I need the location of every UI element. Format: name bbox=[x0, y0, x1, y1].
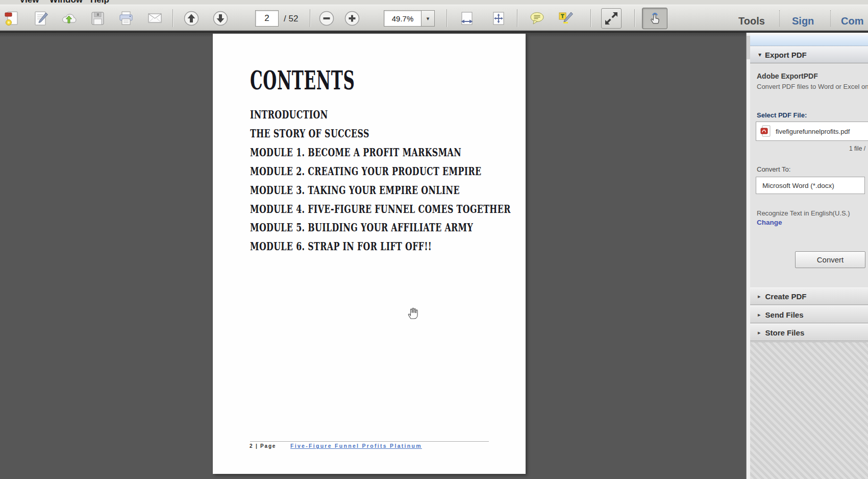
toolbar-separator bbox=[517, 9, 517, 27]
fullscreen-icon bbox=[603, 10, 619, 27]
zoom-out-button[interactable] bbox=[317, 9, 336, 28]
cloud-upload-icon bbox=[61, 10, 77, 27]
print-icon bbox=[118, 10, 134, 27]
menu-view[interactable]: View bbox=[19, 0, 39, 5]
page-total-label: / 52 bbox=[284, 14, 298, 24]
select-pdf-file-label: Select PDF File: bbox=[757, 111, 807, 119]
footer-page-label: 2 | Page bbox=[250, 443, 276, 449]
hand-tool-icon bbox=[647, 10, 663, 27]
tab-comment[interactable]: Com bbox=[841, 15, 863, 27]
section-store-files[interactable]: ▸ Store Files bbox=[750, 324, 868, 341]
menu-help[interactable]: Help bbox=[90, 0, 109, 5]
panel-blue-bar bbox=[750, 35, 868, 46]
panel-hatch-area bbox=[750, 342, 868, 479]
toolbar-separator bbox=[634, 9, 635, 27]
selected-file-box[interactable]: fivefigurefunnelprofits.pdf bbox=[756, 122, 868, 141]
footer-link[interactable]: Five-Figure Funnel Profits Platinum bbox=[290, 443, 422, 449]
save-icon bbox=[89, 10, 106, 27]
zoom-dropdown-button[interactable]: ▾ bbox=[421, 10, 435, 27]
page-down-icon bbox=[212, 10, 229, 27]
fill-sign-button[interactable] bbox=[556, 9, 575, 28]
toolbar: 2 / 52 49.7% ▾ bbox=[0, 5, 868, 31]
pdf-page[interactable]: CONTENTS INTRODUCTION THE STORY OF SUCCE… bbox=[213, 34, 526, 474]
change-link[interactable]: Change bbox=[757, 219, 782, 226]
convert-to-select[interactable]: Microsoft Word (*.docx) bbox=[756, 177, 865, 194]
menu-window[interactable]: Window bbox=[49, 0, 83, 5]
vertical-scrollbar[interactable] bbox=[746, 32, 750, 479]
pdf-file-icon bbox=[760, 125, 772, 137]
zoom-level-input[interactable]: 49.7% bbox=[384, 10, 421, 27]
toc-item: MODULE 5. BUILDING YOUR AFFILIATE ARMY bbox=[250, 218, 511, 237]
section-create-pdf[interactable]: ▸ Create PDF bbox=[750, 288, 868, 305]
fit-width-icon bbox=[459, 10, 475, 27]
page-number-input[interactable]: 2 bbox=[255, 10, 279, 27]
convert-to-label: Convert To: bbox=[757, 165, 790, 173]
section-label: Create PDF bbox=[765, 292, 807, 301]
toolbar-separator bbox=[310, 9, 310, 27]
toolbar-bottom-border bbox=[0, 31, 868, 33]
chevron-right-icon: ▸ bbox=[758, 293, 761, 300]
section-label: Store Files bbox=[765, 328, 805, 337]
fit-page-icon bbox=[490, 10, 507, 27]
fit-width-button[interactable] bbox=[457, 9, 477, 28]
selected-file-name: fivefigurefunnelprofits.pdf bbox=[776, 128, 850, 135]
print-button[interactable] bbox=[116, 9, 136, 28]
previous-page-button[interactable] bbox=[182, 9, 201, 28]
toc-item: MODULE 6. STRAP IN FOR LIFT OFF!! bbox=[250, 237, 511, 256]
zoom-in-button[interactable] bbox=[342, 9, 362, 28]
chevron-right-icon: ▸ bbox=[758, 312, 761, 318]
chevron-down-icon: ▾ bbox=[758, 51, 761, 58]
comment-button[interactable] bbox=[527, 9, 547, 28]
save-button[interactable] bbox=[88, 9, 107, 28]
email-icon bbox=[146, 10, 163, 27]
email-button[interactable] bbox=[145, 9, 164, 28]
convert-to-value: Microsoft Word (*.docx) bbox=[762, 182, 834, 189]
recognize-text-label: Recognize Text in English(U.S.) bbox=[757, 209, 850, 217]
section-send-files[interactable]: ▸ Send Files bbox=[750, 306, 868, 323]
toc-item: MODULE 1. BECOME A PROFIT MARKSMAN bbox=[250, 143, 511, 162]
chevron-down-icon: ▾ bbox=[427, 15, 430, 22]
tab-sign[interactable]: Sign bbox=[792, 15, 814, 27]
menu-bar: it View Window Help bbox=[0, 0, 868, 5]
cloud-upload-button[interactable] bbox=[59, 9, 79, 28]
task-panel: ▾ Export PDF Adobe ExportPDF Convert PDF… bbox=[750, 32, 868, 479]
chevron-right-icon: ▸ bbox=[758, 329, 761, 336]
tab-separator bbox=[779, 10, 780, 27]
fit-page-button[interactable] bbox=[489, 9, 508, 28]
footer-divider bbox=[250, 441, 489, 442]
toolbar-separator bbox=[172, 9, 173, 27]
hand-tool-button[interactable] bbox=[642, 8, 667, 29]
table-of-contents: INTRODUCTION THE STORY OF SUCCESS MODULE… bbox=[250, 105, 511, 256]
document-viewport[interactable]: CONTENTS INTRODUCTION THE STORY OF SUCCE… bbox=[0, 32, 746, 479]
toc-item: MODULE 2. CREATING YOUR PRODUCT EMPIRE bbox=[250, 162, 511, 181]
next-page-button[interactable] bbox=[211, 9, 230, 28]
create-pdf-icon bbox=[4, 10, 20, 27]
zoom-in-icon bbox=[344, 10, 360, 27]
toc-item: INTRODUCTION bbox=[250, 105, 511, 124]
create-pdf-button[interactable] bbox=[2, 9, 21, 28]
tab-separator bbox=[830, 10, 831, 27]
file-count-label: 1 file / bbox=[750, 145, 865, 152]
convert-button[interactable]: Convert bbox=[795, 251, 865, 268]
comment-icon bbox=[529, 10, 545, 27]
adobe-exportpdf-title: Adobe ExportPDF bbox=[757, 72, 818, 80]
export-pdf-header-label: Export PDF bbox=[765, 51, 807, 59]
toc-item: THE STORY OF SUCCESS bbox=[250, 124, 511, 143]
zoom-out-icon bbox=[318, 10, 335, 27]
exportpdf-description: Convert PDF files to Word or Excel onlin… bbox=[757, 83, 868, 91]
section-label: Send Files bbox=[765, 310, 804, 319]
export-pdf-header[interactable]: ▾ Export PDF bbox=[750, 46, 868, 63]
adobe-reader-window: it View Window Help bbox=[0, 0, 868, 479]
tab-tools[interactable]: Tools bbox=[738, 15, 765, 27]
edit-sign-button[interactable] bbox=[31, 9, 50, 28]
page-title: CONTENTS bbox=[250, 65, 355, 95]
toc-item: MODULE 3. TAKING YOUR EMPIRE ONLINE bbox=[250, 181, 511, 200]
page-up-icon bbox=[183, 10, 200, 27]
hand-cursor-icon bbox=[406, 305, 421, 321]
fill-sign-icon bbox=[557, 10, 574, 27]
toc-item: MODULE 4. FIVE-FIGURE FUNNEL COMES TOGET… bbox=[250, 200, 511, 219]
scrollbar-thumb[interactable] bbox=[747, 36, 750, 59]
fullscreen-button[interactable] bbox=[601, 8, 622, 29]
toolbar-separator bbox=[447, 9, 447, 27]
toolbar-separator bbox=[590, 9, 591, 27]
